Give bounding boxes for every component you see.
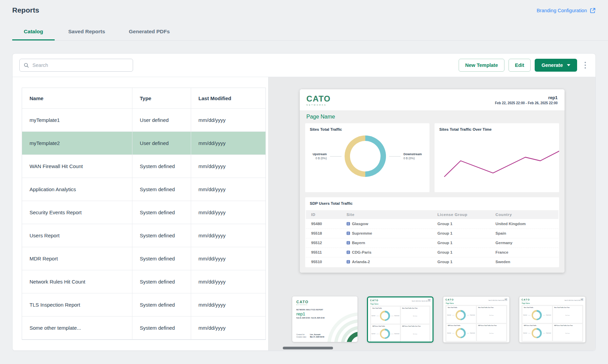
- thumb-panel: Sites Total Traffic Over TimeNo Data: [401, 307, 430, 324]
- thumbnail-page[interactable]: CATO NETWORKS rep1 Feb 22, 2025 22:00 - …: [519, 296, 586, 343]
- more-options-button[interactable]: [582, 60, 589, 71]
- sdp-column-header: ID: [306, 210, 341, 219]
- new-template-button[interactable]: New Template: [459, 59, 504, 72]
- edit-button[interactable]: Edit: [509, 59, 531, 72]
- thumb-panel: Sites Total Traffic Upstream Downstream: [522, 306, 552, 323]
- catalog-header-row: NameTypeLast Modified: [22, 88, 265, 109]
- report-preview-page: CATO NETWORKS rep1 Feb 22, 2025 22:00 - …: [300, 89, 565, 273]
- table-row[interactable]: myTemplate2User definedmm/dd/yyyy: [22, 132, 265, 155]
- mini-donut-chart: [456, 328, 466, 338]
- table-row: 95518 Supremme Group 1 Spain: [306, 229, 558, 238]
- preview-panel: CATO NETWORKS rep1 Feb 22, 2025 22:00 - …: [269, 77, 595, 350]
- cato-logo: CATO NETWORKS: [370, 299, 379, 303]
- donut-chart-title: Sites Total Traffic: [305, 123, 430, 131]
- label-connector: [389, 156, 401, 157]
- line-chart-card: Sites Total Traffic Over Time: [435, 123, 559, 192]
- search-input[interactable]: [33, 62, 129, 68]
- search-icon: [24, 62, 29, 68]
- site-icon: [347, 241, 350, 244]
- sdp-column-header: Country: [490, 210, 558, 219]
- mini-donut-chart: [380, 311, 390, 321]
- line-series: [444, 151, 559, 177]
- decorative-arcs: [323, 308, 357, 342]
- table-row[interactable]: WAN Firewall Hit CountSystem definedmm/d…: [22, 155, 265, 178]
- thumbnail-cover[interactable]: CATO NETWORKS NETWORK ANALYTICS REPORT r…: [292, 296, 357, 342]
- thumbnail-strip: CATO NETWORKS NETWORK ANALYTICS REPORT r…: [292, 296, 595, 343]
- thumb-panel: SDP Users Total Traffic Upstream Downstr…: [371, 325, 400, 342]
- table-row[interactable]: Network Rules Hit CountSystem definedmm/…: [22, 270, 265, 293]
- table-row[interactable]: TLS Inspection ReportSystem definedmm/dd…: [22, 293, 265, 316]
- report-meta: rep1 Feb 22, 2025 22:00 - Feb 26, 2025 2…: [495, 95, 558, 105]
- table-row[interactable]: Users ReportSystem definedmm/dd/yyyy: [22, 224, 265, 247]
- horizontal-scrollbar[interactable]: [283, 347, 333, 349]
- report-date-range: Feb 22, 2025 22:00 - Feb 26, 2025 22:00: [495, 101, 558, 105]
- donut-chart-card: Sites Total Traffic Upstream 0 B (0%): [305, 123, 430, 192]
- catalog-column-header: Type: [132, 88, 191, 109]
- report-header: CATO NETWORKS rep1 Feb 22, 2025 22:00 - …: [300, 89, 565, 110]
- thumb-panel: SDP Users Total Traffic Upstream Downstr…: [522, 324, 552, 341]
- site-icon: [347, 260, 350, 263]
- table-row: 95512 Bayern Group 1 Germany: [306, 238, 558, 248]
- cato-logo: CATO NETWORKS: [296, 300, 353, 306]
- mini-donut-chart: [532, 328, 542, 338]
- table-row: 95510 Arlanda-2 Group 1 Sweden: [306, 257, 558, 267]
- site-icon: [347, 222, 350, 225]
- donut-chart: Upstream 0 B (0%) Downstream 0 B (0%): [305, 135, 430, 177]
- branding-configuration-link[interactable]: Branding Configuration: [537, 7, 596, 14]
- table-row[interactable]: Security Events ReportSystem definedmm/d…: [22, 201, 265, 224]
- page-title: Reports: [12, 6, 39, 14]
- table-row: 95511 CDG-Paris Group 1 France: [306, 248, 558, 257]
- top-header: Reports Branding Configuration: [0, 0, 608, 14]
- sdp-column-header: License Group: [432, 210, 490, 219]
- thumb-panel: Sites Total Traffic Upstream Downstream: [371, 307, 400, 324]
- branding-configuration-label: Branding Configuration: [537, 8, 587, 13]
- thumb-panel: SDP Users Total Traffic Over TimeNo Data: [401, 325, 430, 342]
- report-body: Page Name Sites Total Traffic Upstream 0…: [300, 110, 565, 273]
- toolbar-actions: New Template Edit Generate: [459, 59, 589, 72]
- table-row[interactable]: Application AnalyticsSystem definedmm/dd…: [22, 178, 265, 201]
- catalog-table: NameTypeLast Modified myTemplate1User de…: [22, 88, 266, 340]
- catalog-card: New Template Edit Generate NameTypeLast …: [12, 53, 596, 351]
- thumbnail-page[interactable]: CATO NETWORKS rep1 Feb 22, 2025 22:00 - …: [443, 296, 510, 343]
- sdp-table-title: SDP Users Total Traffic: [305, 197, 559, 210]
- toolbar: New Template Edit Generate: [13, 54, 595, 77]
- line-chart: [435, 134, 559, 185]
- tab-generated-pdfs[interactable]: Generated PDFs: [119, 25, 180, 40]
- table-row[interactable]: myTemplate1User definedmm/dd/yyyy: [22, 109, 265, 132]
- line-chart-title: Sites Total Traffic Over Time: [435, 123, 559, 131]
- table-row[interactable]: MDR ReportSystem definedmm/dd/yyyy: [22, 247, 265, 270]
- report-page-name: Page Name: [307, 114, 559, 120]
- cato-logo: CATO NETWORKS: [307, 94, 331, 106]
- mini-donut-chart: [532, 310, 542, 320]
- catalog-column-header: Last Modified: [191, 88, 265, 109]
- report-meta: Created for:Lior_Account Creation date:M…: [296, 333, 324, 338]
- thumbnail-page[interactable]: CATO NETWORKS rep1 Feb 22, 2025 22:00 - …: [367, 296, 434, 343]
- generate-label: Generate: [541, 62, 563, 68]
- label-connector: [330, 156, 342, 157]
- mini-donut-chart: [456, 310, 466, 320]
- report-name: rep1: [495, 95, 558, 100]
- sdp-column-header: Site: [341, 210, 432, 219]
- thumb-panel: Sites Total Traffic Over TimeNo Data: [553, 306, 583, 323]
- mini-donut-chart: [380, 329, 390, 339]
- tab-saved-reports[interactable]: Saved Reports: [58, 25, 115, 40]
- template-list-panel: NameTypeLast Modified myTemplate1User de…: [13, 77, 269, 350]
- donut-label-upstream: Upstream 0 B (0%): [313, 152, 327, 160]
- thumb-panel: Sites Total Traffic Over TimeNo Data: [477, 306, 506, 323]
- table-row[interactable]: Some other template...System definedmm/d…: [22, 316, 265, 340]
- thumb-panel: SDP Users Total Traffic Upstream Downstr…: [446, 324, 476, 341]
- sdp-header-row: IDSiteLicense GroupCountry: [306, 210, 558, 219]
- thumb-panel: SDP Users Total Traffic Over TimeNo Data: [553, 324, 583, 341]
- cato-logo: CATO NETWORKS: [521, 298, 530, 302]
- chevron-down-icon: [567, 64, 570, 66]
- thumb-panel: Sites Total Traffic Upstream Downstream: [446, 306, 476, 323]
- tab-catalog[interactable]: Catalog: [12, 25, 55, 40]
- table-row: 95480 Glasgow Group 1 United Kingdom: [306, 219, 558, 229]
- search-box: [19, 59, 133, 72]
- donut-ring: [345, 135, 386, 177]
- sdp-table: IDSiteLicense GroupCountry 95480 Glasgow…: [306, 210, 558, 267]
- content-split: NameTypeLast Modified myTemplate1User de…: [13, 77, 595, 350]
- site-icon: [347, 251, 350, 254]
- generate-button[interactable]: Generate: [535, 59, 577, 72]
- catalog-column-header: Name: [22, 88, 132, 109]
